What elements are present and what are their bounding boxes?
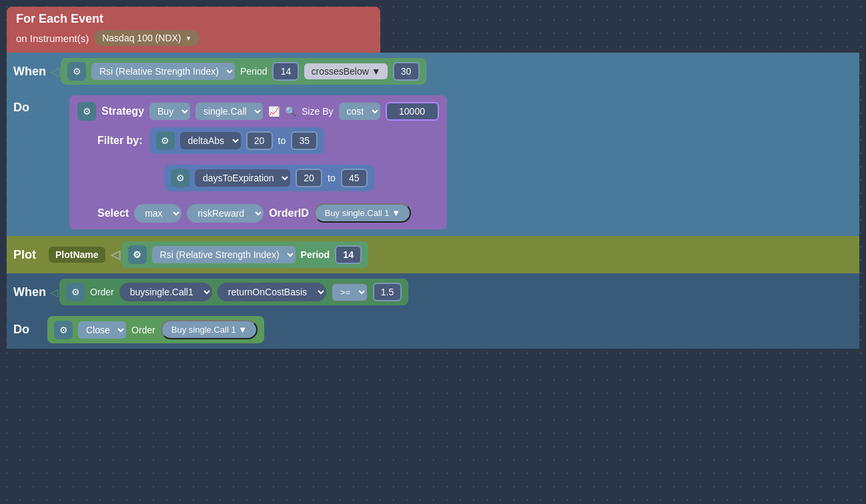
select-func-dropdown[interactable]: max xyxy=(134,204,181,223)
threshold-value-1[interactable]: 30 xyxy=(393,62,420,81)
size-by-dropdown[interactable]: cost xyxy=(339,103,380,120)
select-row: Select max riskReward OrderID Buy single… xyxy=(97,203,439,223)
plot-row: Plot PlotName ◁ ⚙ Rsi (Relative Strength… xyxy=(7,236,859,273)
gear-icon-filter2[interactable]: ⚙ xyxy=(171,169,189,187)
instrument-type-dropdown[interactable]: single.Call xyxy=(195,103,263,120)
filter1-field-dropdown[interactable]: deltaAbs xyxy=(180,132,241,149)
close-action-dropdown[interactable]: Close xyxy=(78,321,126,339)
magnify-icon: 🔍 xyxy=(285,106,296,117)
main-container: For Each Event on Instrument(s) Nasdaq 1… xyxy=(0,0,866,504)
do2-order-arrow-icon: ▼ xyxy=(238,325,247,335)
when-label-1: When xyxy=(13,65,46,79)
strategy-label: Strategy xyxy=(101,105,144,117)
connector-2: ◁ xyxy=(50,286,55,299)
order-id-value: Buy single.Call 1 xyxy=(325,208,390,218)
filter-row-1: ⚙ deltaAbs 20 to 35 xyxy=(149,127,325,154)
do2-order-value: Buy single.Call 1 xyxy=(171,325,236,335)
gear-icon-do2[interactable]: ⚙ xyxy=(54,321,73,339)
instrument-arrow-icon: ▼ xyxy=(185,35,192,42)
size-value[interactable]: 10000 xyxy=(386,102,439,121)
select-label: Select xyxy=(97,207,129,219)
plot-period-value[interactable]: 14 xyxy=(335,245,362,264)
filter2-min[interactable]: 20 xyxy=(296,169,322,187)
filter1-to: to xyxy=(278,135,286,146)
indicator-dropdown-1[interactable]: Rsi (Relative Strength Index) xyxy=(91,63,235,80)
select-field-dropdown[interactable]: riskReward xyxy=(187,204,264,223)
when2-order-label: Order xyxy=(90,287,114,297)
filter2-to: to xyxy=(328,173,336,183)
filter1-max[interactable]: 35 xyxy=(291,131,318,150)
do2-order-label: Order xyxy=(131,325,155,335)
for-each-block: For Each Event on Instrument(s) Nasdaq 1… xyxy=(7,7,380,53)
plot-name-box[interactable]: PlotName xyxy=(49,247,105,263)
filter-row-2: ⚙ daysToExpiration 20 to 45 xyxy=(164,165,374,191)
when2-value[interactable]: 1.5 xyxy=(373,283,402,301)
on-instrument-label: on Instrument(s) xyxy=(16,33,89,44)
condition-value-1: crossesBelow xyxy=(311,66,368,77)
when2-operator-dropdown[interactable]: >= xyxy=(332,283,368,301)
gear-icon-do1[interactable]: ⚙ xyxy=(77,102,96,121)
filter2-field-dropdown[interactable]: daysToExpiration xyxy=(195,169,290,187)
gear-icon-plot[interactable]: ⚙ xyxy=(128,245,147,264)
order-id-arrow-icon: ▼ xyxy=(392,208,400,218)
on-instrument-row: on Instrument(s) Nasdaq 100 (NDX) ▼ xyxy=(16,30,371,46)
action-dropdown[interactable]: Buy xyxy=(149,103,190,120)
for-each-title: For Each Event xyxy=(16,12,371,26)
strategy-row: ⚙ Strategy Buy single.Call 📈 🔍 Size By c… xyxy=(77,102,439,121)
filter-section: Filter by: ⚙ deltaAbs 20 to 35 xyxy=(97,127,439,223)
do-label-2: Do xyxy=(13,323,43,337)
gear-icon-when1[interactable]: ⚙ xyxy=(67,62,86,81)
condition-dropdown-1[interactable]: crossesBelow ▼ xyxy=(304,63,387,79)
connector-1: ◁ xyxy=(50,63,57,79)
gear-icon-when2[interactable]: ⚙ xyxy=(66,283,85,301)
instrument-dropdown[interactable]: Nasdaq 100 (NDX) ▼ xyxy=(94,30,199,46)
when-label-2: When xyxy=(13,285,46,299)
order-id-label: OrderID xyxy=(269,207,309,219)
when-order-inner: ⚙ Order buysingle.Call1 returnOnCostBasi… xyxy=(59,279,408,305)
filter-label: Filter by: xyxy=(97,135,143,147)
when-row-1: When ◁ ⚙ Rsi (Relative Strength Index) P… xyxy=(7,53,859,90)
do-row-2: Do ⚙ Close Order Buy single.Call 1 ▼ xyxy=(7,311,859,349)
filter2-max[interactable]: 45 xyxy=(341,169,368,187)
size-by-label: Size By xyxy=(302,106,333,117)
when-inner-1: ⚙ Rsi (Relative Strength Index) Period 1… xyxy=(61,58,426,85)
do-inner-1: ⚙ Strategy Buy single.Call 📈 🔍 Size By c… xyxy=(69,95,447,229)
filter1-min[interactable]: 20 xyxy=(246,131,273,150)
when-row-2: When ◁ ⚙ Order buysingle.Call1 returnOnC… xyxy=(7,273,859,311)
do2-order-dropdown[interactable]: Buy single.Call 1 ▼ xyxy=(161,320,258,339)
when2-order-dropdown[interactable]: buysingle.Call1 xyxy=(119,283,212,301)
plot-inner: ⚙ Rsi (Relative Strength Index) Period 1… xyxy=(121,241,369,268)
plot-indicator-dropdown[interactable]: Rsi (Relative Strength Index) xyxy=(152,246,296,263)
plot-connector: ◁ xyxy=(111,247,116,262)
period-label-1: Period xyxy=(240,66,267,77)
when2-field-dropdown[interactable]: returnOnCostBasis xyxy=(218,283,326,301)
period-value-1[interactable]: 14 xyxy=(272,62,299,81)
order-id-dropdown[interactable]: Buy single.Call 1 ▼ xyxy=(314,203,411,223)
plot-period-label: Period xyxy=(301,249,330,260)
do-label-row-1: Do ⚙ Strategy Buy single.Call 📈 🔍 Size B… xyxy=(13,95,853,229)
condition-arrow-icon: ▼ xyxy=(372,66,381,77)
do-section-1: Do ⚙ Strategy Buy single.Call 📈 🔍 Size B… xyxy=(7,90,859,236)
gear-icon-filter1[interactable]: ⚙ xyxy=(156,131,175,150)
plot-label: Plot xyxy=(13,248,43,262)
do-label-1: Do xyxy=(13,95,29,115)
chart-icon: 📈 xyxy=(268,106,280,117)
close-inner: ⚙ Close Order Buy single.Call 1 ▼ xyxy=(47,316,264,343)
instrument-value: Nasdaq 100 (NDX) xyxy=(102,33,181,43)
